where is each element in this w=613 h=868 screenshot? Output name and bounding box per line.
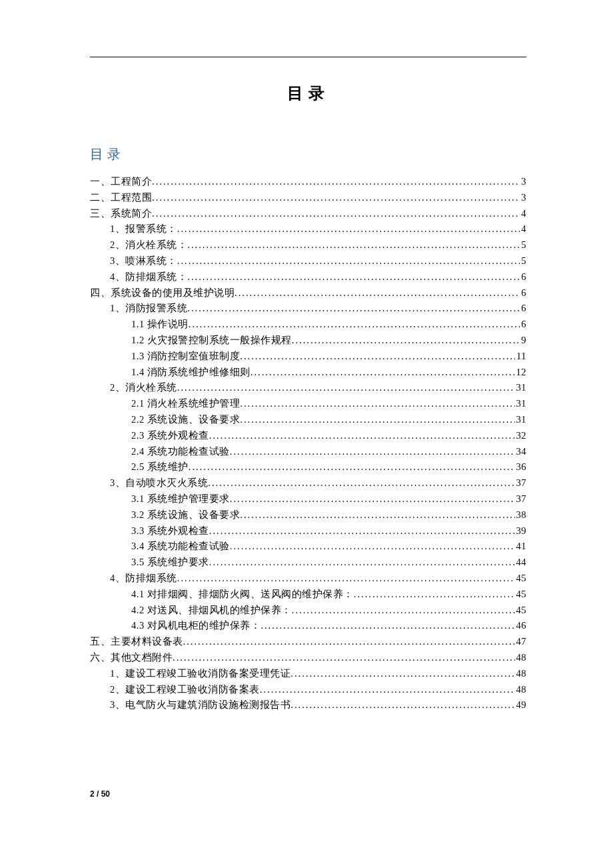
top-horizontal-rule (90, 57, 526, 57)
toc-entry[interactable]: 1.2 火灾报警控制系统一般操作规程9 (90, 335, 526, 345)
toc-entry-label: 1、消防报警系统 (110, 303, 187, 313)
toc-entry-page: 38 (515, 510, 527, 520)
toc-entry-label: 四、系统设备的使用及维护说明 (90, 288, 235, 298)
toc-entry[interactable]: 五、主要材料设备表47 (90, 637, 526, 647)
toc-leader-dots (292, 605, 515, 615)
toc-entry-label: 1.4 消防系统维护维修细则 (131, 367, 251, 377)
toc-entry[interactable]: 4、防排烟系统45 (90, 573, 526, 583)
toc-entry[interactable]: 3、电气防火与建筑消防设施检测报告书49 (90, 700, 526, 710)
toc-entry-label: 1、建设工程竣工验收消防备案受理凭证 (110, 669, 291, 679)
toc-entry[interactable]: 2.4 系统功能检查试验34 (90, 447, 526, 457)
toc-entry-label: 3.2 系统设施、设备要求 (131, 510, 240, 520)
toc-entry[interactable]: 3.1 系统维护管理要求37 (90, 494, 526, 504)
toc-entry[interactable]: 六、其他文档附件48 (90, 653, 526, 663)
toc-entry[interactable]: 3.2 系统设施、设备要求38 (90, 510, 526, 520)
toc-entry-label: 1.1 操作说明 (131, 319, 189, 329)
toc-entry-page: 44 (515, 557, 527, 567)
toc-entry-page: 4 (520, 209, 526, 219)
toc-leader-dots (189, 462, 515, 472)
toc-entry[interactable]: 3、自动喷水灭火系统37 (90, 478, 526, 488)
toc-entry[interactable]: 2、建设工程竣工验收消防备案表48 (90, 685, 526, 695)
toc-entry[interactable]: 3.3 系统外观检查39 (90, 526, 526, 536)
toc-entry[interactable]: 4.2 对送风、排烟风机的维护保养：45 (90, 605, 526, 615)
toc-entry[interactable]: 3.5 系统维护要求44 (90, 557, 526, 567)
toc-entry-label: 二、工程范围 (90, 193, 152, 203)
toc-entry-page: 3 (520, 177, 526, 187)
toc-entry[interactable]: 3.4 系统功能检查试验41 (90, 541, 526, 551)
toc-entry-label: 1.2 火灾报警控制系统一般操作规程 (131, 335, 292, 345)
toc-entry-label: 2.3 系统外观检查 (131, 431, 209, 441)
toc-entry-page: 45 (515, 605, 527, 615)
toc-leader-dots (251, 367, 515, 377)
toc-leader-dots (183, 637, 515, 647)
toc-entry-page: 3 (520, 193, 526, 203)
toc-leader-dots (189, 319, 520, 329)
toc-entry-label: 一、工程简介 (90, 177, 152, 187)
toc-entry-page: 32 (515, 431, 527, 441)
toc-entry-page: 45 (515, 573, 527, 583)
toc-entry-label: 4、防排烟系统 (110, 573, 177, 583)
toc-entry-page: 6 (520, 303, 526, 313)
toc-leader-dots (152, 193, 520, 203)
toc-entry-page: 12 (515, 367, 527, 377)
toc-entry-label: 2.2 系统设施、设备要求 (131, 415, 240, 425)
toc-entry[interactable]: 2、消火栓系统31 (90, 383, 526, 393)
toc-entry[interactable]: 1.3 消防控制室值班制度11 (90, 351, 526, 361)
toc-entry-page: 37 (515, 494, 527, 504)
toc-leader-dots (230, 494, 515, 504)
toc-entry[interactable]: 2.5 系统维护36 (90, 462, 526, 472)
toc-entry-label: 2、建设工程竣工验收消防备案表 (110, 685, 260, 695)
toc-entry-label: 3.1 系统维护管理要求 (131, 494, 230, 504)
toc-leader-dots (291, 669, 514, 679)
toc-heading: 目录 (90, 145, 526, 163)
toc-entry-page: 48 (515, 685, 527, 695)
toc-entry-page: 45 (515, 589, 527, 599)
toc-entry-page: 37 (515, 478, 527, 488)
toc-entry[interactable]: 1.4 消防系统维护维修细则12 (90, 367, 526, 377)
toc-entry[interactable]: 2.2 系统设施、设备要求31 (90, 415, 526, 425)
toc-entry[interactable]: 三、系统简介4 (90, 209, 526, 219)
toc-entry-page: 39 (515, 526, 527, 536)
toc-leader-dots (292, 335, 520, 345)
toc-entry-page: 31 (515, 399, 527, 409)
toc-entry[interactable]: 四、系统设备的使用及维护说明6 (90, 288, 526, 298)
toc-entry-label: 4、防排烟系统： (110, 272, 187, 282)
toc-entry-label: 五、主要材料设备表 (90, 637, 183, 647)
toc-entry-label: 3.5 系统维护要求 (131, 557, 209, 567)
toc-entry-label: 3.4 系统功能检查试验 (131, 541, 230, 551)
toc-leader-dots (230, 447, 515, 457)
toc-entry-label: 六、其他文档附件 (90, 653, 173, 663)
toc-entry-label: 4.2 对送风、排烟风机的维护保养： (131, 605, 292, 615)
toc-leader-dots (240, 415, 514, 425)
toc-entry-page: 9 (520, 335, 526, 345)
toc-entry-page: 5 (520, 256, 526, 266)
toc-leader-dots (240, 399, 514, 409)
toc-leader-dots (240, 510, 514, 520)
toc-entry[interactable]: 4、防排烟系统：6 (90, 272, 526, 282)
document-page: 目录 目录 一、工程简介3二、工程范围3三、系统简介41、报警系统：42、消火栓… (0, 0, 613, 710)
toc-leader-dots (235, 288, 520, 298)
toc-leader-dots (187, 272, 520, 282)
toc-entry-page: 49 (515, 700, 527, 710)
toc-entry[interactable]: 4.1 对排烟阀、排烟防火阀、送风阀的维护保养：45 (90, 589, 526, 599)
toc-leader-dots (209, 431, 515, 441)
toc-entry[interactable]: 2.3 系统外观检查32 (90, 431, 526, 441)
toc-leader-dots (209, 526, 515, 536)
toc-entry-page: 31 (515, 415, 527, 425)
toc-entry-label: 2.5 系统维护 (131, 462, 189, 472)
toc-entry-label: 2、消火栓系统： (110, 240, 187, 250)
toc-leader-dots (240, 351, 515, 361)
toc-entry[interactable]: 1.1 操作说明6 (90, 319, 526, 329)
toc-entry[interactable]: 3、喷淋系统：5 (90, 256, 526, 266)
toc-entry[interactable]: 2.1 消火栓系统维护管理31 (90, 399, 526, 409)
toc-entry[interactable]: 二、工程范围3 (90, 193, 526, 203)
toc-entry[interactable]: 1、报警系统：4 (90, 224, 526, 234)
toc-entry[interactable]: 一、工程简介3 (90, 177, 526, 187)
toc-entry[interactable]: 1、消防报警系统6 (90, 303, 526, 313)
toc-entry[interactable]: 4.3 对风机电柜的维护保养：46 (90, 621, 526, 631)
toc-entry[interactable]: 2、消火栓系统：5 (90, 240, 526, 250)
toc-leader-dots (230, 541, 515, 551)
toc-entry-page: 41 (515, 541, 527, 551)
toc-entry[interactable]: 1、建设工程竣工验收消防备案受理凭证48 (90, 669, 526, 679)
page-title: 目录 (90, 83, 526, 104)
